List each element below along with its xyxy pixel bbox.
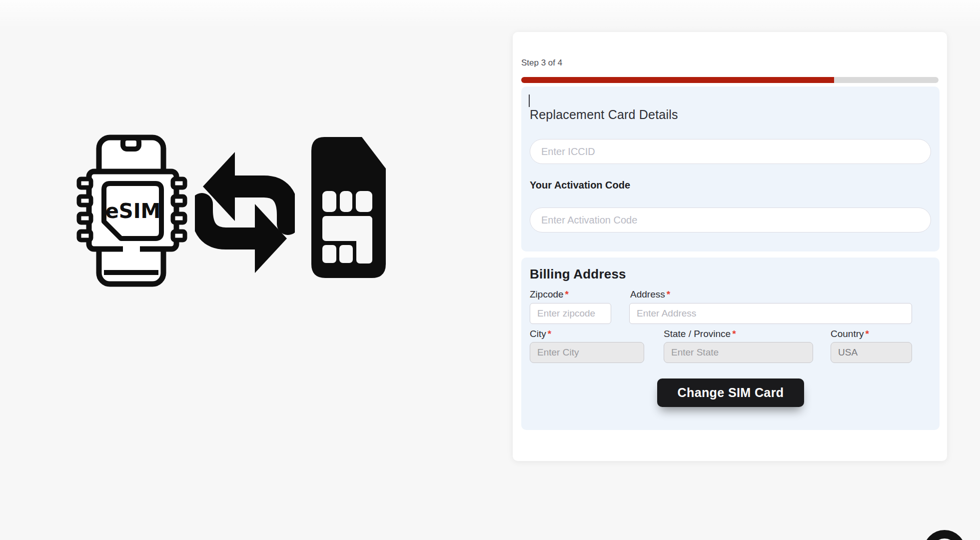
billing-address-title: Billing Address — [530, 266, 626, 282]
address-input[interactable] — [629, 303, 912, 324]
zipcode-label-text: Zipcode — [530, 289, 564, 300]
iccid-input[interactable] — [530, 139, 931, 164]
state-label: State / Province* — [664, 328, 736, 340]
esim-chip-label: eSIM — [105, 200, 161, 222]
zipcode-label: Zipcode* — [530, 289, 569, 300]
city-label-text: City — [530, 328, 546, 339]
state-input[interactable] — [664, 342, 813, 363]
country-label-text: Country — [831, 328, 864, 339]
replacement-details-section: Replacement Card Details Your Activation… — [521, 86, 940, 252]
replacement-details-title: Replacement Card Details — [530, 108, 678, 122]
swap-arrows-icon — [195, 145, 295, 280]
zipcode-required-asterisk: * — [565, 289, 569, 300]
activation-code-label: Your Activation Code — [530, 180, 630, 191]
text-caret — [529, 94, 530, 107]
change-sim-card-button[interactable]: Change SIM Card — [657, 378, 804, 407]
billing-address-section: Billing Address Zipcode* Address* City* … — [521, 258, 940, 430]
esim-phone-icon: eSIM — [75, 130, 190, 290]
progress-bar — [521, 77, 939, 83]
city-required-asterisk: * — [548, 328, 551, 339]
sim-change-wizard-card: Step 3 of 4 Replacement Card Details You… — [513, 32, 947, 461]
sim-card-icon — [302, 130, 392, 285]
address-label: Address* — [630, 289, 670, 300]
activation-code-input[interactable] — [530, 208, 931, 232]
city-label: City* — [530, 328, 551, 340]
address-label-text: Address — [630, 289, 665, 300]
progress-bar-fill — [521, 77, 834, 83]
city-input[interactable] — [530, 342, 644, 363]
step-indicator: Step 3 of 4 — [521, 58, 562, 68]
circular-widget-icon[interactable] — [924, 530, 966, 540]
country-label: Country* — [831, 328, 869, 340]
address-required-asterisk: * — [667, 289, 670, 300]
country-required-asterisk: * — [866, 328, 869, 339]
state-label-text: State / Province — [664, 328, 731, 339]
zipcode-input[interactable] — [530, 303, 611, 324]
country-input[interactable] — [831, 342, 912, 363]
state-required-asterisk: * — [732, 328, 736, 339]
